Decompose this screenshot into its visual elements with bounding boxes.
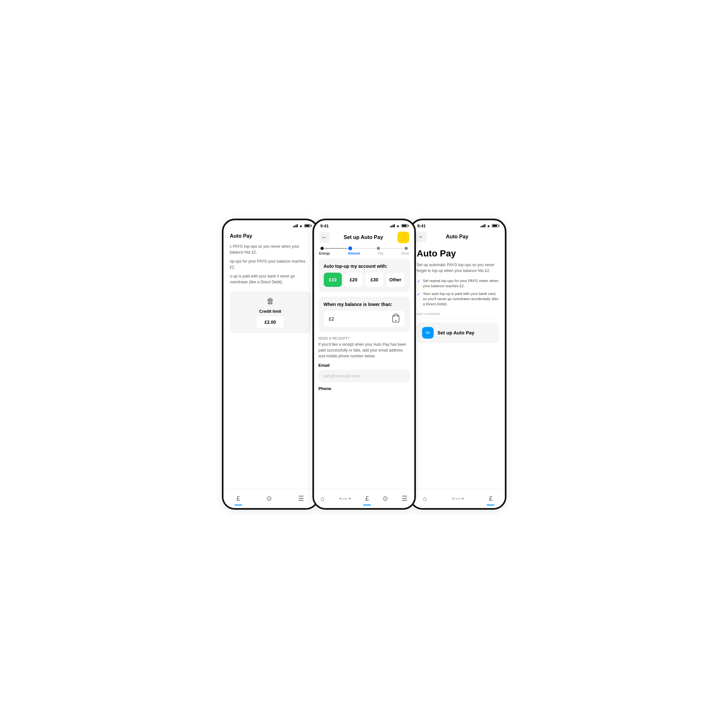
nav-item-menu[interactable]: ☰ xyxy=(298,494,304,502)
status-bar-left: ▲ xyxy=(223,220,317,229)
nav-header-center: ← Set up Auto Pay ⚡ xyxy=(314,229,414,246)
step-label-pay: Pay xyxy=(378,252,383,255)
signal-icon-right xyxy=(480,224,485,227)
auto-pay-heading: Auto Pay xyxy=(417,248,499,259)
amount-btn-other[interactable]: Other xyxy=(386,273,405,287)
check-icon-1: ✓ xyxy=(417,278,421,284)
features-list: ✓ Set repeat top-ups for your PAYG meter… xyxy=(417,278,499,307)
lightning-button[interactable]: ⚡ xyxy=(398,232,409,243)
nav-header-right: ← Auto Pay xyxy=(411,229,505,245)
activity-icon-center: ⚬—⚬ xyxy=(338,496,352,502)
phone-label: Phone xyxy=(318,386,410,391)
feature-text-2: Your auto top-up is paid with your bank … xyxy=(423,291,499,307)
home-icon-center: ⌂ xyxy=(321,495,324,502)
setup-btn-label: Set up Auto Pay xyxy=(437,330,474,335)
step-dot-done xyxy=(405,247,408,250)
amount-btn-20[interactable]: £20 xyxy=(344,273,363,287)
feature-item-1: ✓ Set repeat top-ups for your PAYG meter… xyxy=(417,278,499,289)
step-line-1 xyxy=(324,248,348,249)
amount-card: Auto top-up my account with: £10 £20 £30… xyxy=(318,258,410,292)
help-icon-center: ⊙ xyxy=(382,494,388,502)
phone-center: 9:41 ▲ ← Set up Auto Pay ⚡ xyxy=(312,219,416,510)
battery-icon-right xyxy=(492,224,499,227)
phone-left: ▲ Auto Pay c PAYG top-ups so you never w… xyxy=(222,219,319,510)
battery-icon-center xyxy=(401,224,408,227)
step-line-2 xyxy=(353,248,376,249)
nav-help-center[interactable]: ⊙ xyxy=(382,494,388,502)
pound-icon: £ xyxy=(236,495,240,502)
left-body-text-3: o-up is paid with your bank ll never go … xyxy=(230,273,311,285)
receipt-text: If you'd like a receipt when your Auto P… xyxy=(318,341,410,359)
nav-activity-center[interactable]: ⚬—⚬ xyxy=(338,496,352,502)
status-bar-center: 9:41 ▲ xyxy=(314,220,414,229)
battery-icon xyxy=(304,224,311,227)
amount-options: £10 £20 £30 Other xyxy=(324,273,405,287)
right-content: Auto Pay Set up automatic PAYG top-ups s… xyxy=(411,245,505,347)
bottom-nav-right: ⌂ ⚬—⚬ £ xyxy=(411,489,505,508)
lock-icon xyxy=(392,315,399,323)
step-label-amount: Amount xyxy=(348,252,360,255)
back-arrow-right-icon: ← xyxy=(419,234,424,240)
email-placeholder: sam@example.com xyxy=(323,373,360,378)
receipt-section: NEED A RECEIPT? If you'd like a receipt … xyxy=(318,336,410,391)
menu-icon-center: ☰ xyxy=(402,494,407,502)
nav-pound-right[interactable]: £ xyxy=(489,495,492,502)
step-dot-amount xyxy=(348,246,352,250)
back-button-center[interactable]: ← xyxy=(319,232,330,243)
receipt-label: NEED A RECEIPT? xyxy=(318,336,410,340)
back-arrow-icon: ← xyxy=(322,234,327,240)
nav-item-pound[interactable]: £ xyxy=(236,495,240,502)
left-page-title: Auto Pay xyxy=(230,233,311,239)
center-nav-title: Set up Auto Pay xyxy=(343,234,383,240)
nav-menu-center[interactable]: ☰ xyxy=(402,494,407,502)
home-icon-right: ⌂ xyxy=(423,495,427,502)
email-label: Email xyxy=(318,363,410,368)
get-started-label: GET STARTED xyxy=(417,312,499,316)
signal-icon-center xyxy=(390,224,395,227)
balance-value: £2 xyxy=(329,316,334,321)
left-body-text-2: op-ups for your PAYG your balance reache… xyxy=(230,258,311,270)
credit-limit-value: £2.00 xyxy=(257,316,284,328)
nav-home-right[interactable]: ⌂ xyxy=(423,495,427,502)
pound-icon-center: £ xyxy=(365,495,369,502)
step-label-done: Done xyxy=(401,252,409,255)
balance-card: When my balance is lower than: £2 xyxy=(318,297,410,332)
feature-text-1: Set repeat top-ups for your PAYG meter w… xyxy=(423,278,499,289)
wifi-icon-right: ▲ xyxy=(487,223,491,228)
signal-icon xyxy=(293,224,298,227)
bottom-nav-center: ⌂ ⚬—⚬ £ ⊙ ☰ xyxy=(314,489,414,508)
auto-pay-description: Set up automatic PAYG top-ups so you nev… xyxy=(417,262,499,274)
nav-pound-center[interactable]: £ xyxy=(365,495,369,502)
amount-btn-10[interactable]: £10 xyxy=(324,273,342,287)
amount-btn-30[interactable]: £30 xyxy=(366,273,384,287)
credit-limit-card: 🗑 Credit limit £2.00 xyxy=(230,291,311,333)
step-dot-energy xyxy=(321,247,324,250)
balance-card-title: When my balance is lower than: xyxy=(324,302,405,307)
bottom-nav-left: £ ⊙ ☰ xyxy=(223,489,317,508)
amount-card-title: Auto top-up my account with: xyxy=(324,264,405,269)
lightning-icon: ⚡ xyxy=(400,234,407,241)
center-content: Auto top-up my account with: £10 £20 £30… xyxy=(314,258,414,488)
setup-auto-pay-button[interactable]: ∞ Set up Auto Pay xyxy=(417,323,499,343)
email-input[interactable]: sam@example.com xyxy=(318,370,410,382)
phone-right: 9:41 ▲ ← Auto Pay Auto Pay Set up automa… xyxy=(410,219,506,510)
step-label-energy: Energy xyxy=(319,252,330,255)
status-time-center: 9:41 xyxy=(321,223,329,228)
step-dot-pay xyxy=(377,247,380,250)
status-time-right: 9:41 xyxy=(418,223,426,228)
status-bar-right: 9:41 ▲ xyxy=(411,220,505,229)
feature-item-2: ✓ Your auto top-up is paid with your ban… xyxy=(417,291,499,307)
step-line-3 xyxy=(381,248,404,249)
back-button-right[interactable]: ← xyxy=(416,232,427,242)
help-icon: ⊙ xyxy=(266,494,272,502)
activity-icon-right: ⚬—⚬ xyxy=(451,496,465,502)
pound-icon-right: £ xyxy=(489,495,492,502)
balance-display: £2 xyxy=(324,311,405,327)
credit-limit-label: Credit limit xyxy=(259,309,281,314)
left-body-text-1: c PAYG top-ups so you never when your ba… xyxy=(230,243,311,255)
nav-activity-right[interactable]: ⚬—⚬ xyxy=(451,496,465,502)
check-icon-2: ✓ xyxy=(417,291,421,297)
nav-home-center[interactable]: ⌂ xyxy=(321,495,324,502)
nav-item-help[interactable]: ⊙ xyxy=(266,494,272,502)
trash-icon[interactable]: 🗑 xyxy=(266,297,274,306)
